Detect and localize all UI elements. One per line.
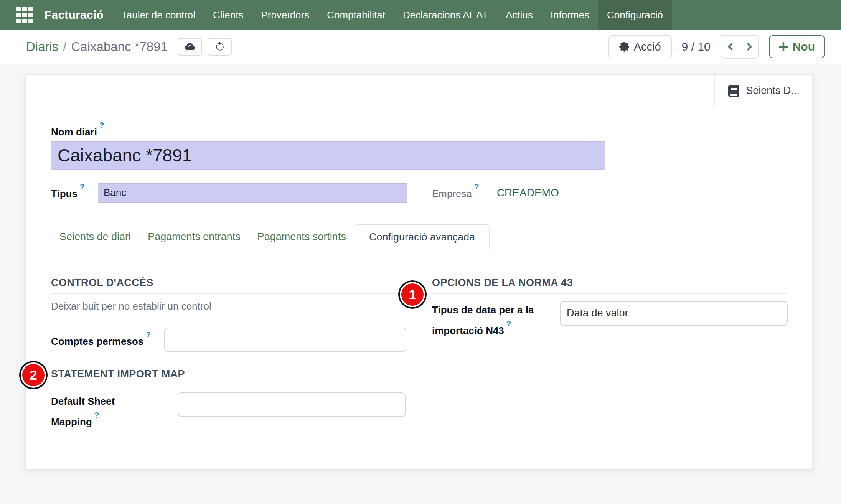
allowed-accounts-input[interactable] [164,328,406,352]
smart-button-label: Seients D... [746,85,800,97]
journal-name-label: Nom diari? [51,124,812,138]
section-title-access-control: CONTROL D'ACCÉS [51,277,408,289]
notebook-tabs: Seients de diari Pagaments entrants Paga… [51,224,812,249]
help-icon[interactable]: ? [94,410,99,419]
company-value-link[interactable]: CREADEMO [497,187,559,199]
discard-button[interactable] [208,38,232,56]
tab-pagaments-entrants[interactable]: Pagaments entrants [139,225,249,249]
action-button-label: Acció [634,41,661,53]
menu-item-clients[interactable]: Clients [204,0,252,30]
annotation-badge-1: 1 [400,282,425,307]
help-icon[interactable]: ? [99,120,104,129]
form-sheet: Seients D... Nom diari? Tipus? Empresa? … [25,74,813,470]
breadcrumb-parent-link[interactable]: Diaris [26,40,58,54]
button-box: Seients D... [26,75,812,107]
allowed-accounts-label: Comptes permesos? [51,329,164,350]
menu-item-actius[interactable]: Actius [497,0,542,30]
default-sheet-mapping-label: Default Sheet Mapping? [51,392,178,431]
apps-grid-icon[interactable] [16,7,33,23]
breadcrumb-current: Caixabanc *7891 [71,40,168,54]
journal-type-input[interactable] [98,183,407,203]
menu-item-proveidors[interactable]: Proveïdors [252,0,318,30]
journal-entries-smart-button[interactable]: Seients D... [714,75,812,107]
n43-date-type-select[interactable] [560,301,788,326]
access-control-hint: Deixar buit per no establir un control [51,300,408,312]
annotation-badge-2: 2 [21,362,46,388]
help-icon[interactable]: ? [506,319,511,328]
menu-item-configuracio[interactable]: Configuració [598,0,672,30]
menu-item-informes[interactable]: Informes [542,0,598,30]
section-rule [432,293,788,294]
help-icon[interactable]: ? [80,182,85,191]
menu-item-comptabilitat[interactable]: Comptabilitat [318,0,394,30]
section-title-norma43: OPCIONS DE LA NORMA 43 [432,277,788,289]
main-menu: Tauler de control Clients Proveïdors Com… [113,0,672,30]
control-panel: Diaris / Caixabanc *7891 Acció 9 / 10 [0,30,841,64]
journal-type-label: Tipus? [51,186,98,200]
action-button[interactable]: Acció [608,35,672,58]
pager-buttons [721,35,759,59]
book-icon [727,85,740,97]
section-title-statement-import-map: STATEMENT IMPORT MAP [51,368,408,380]
default-sheet-mapping-input[interactable] [178,392,406,417]
save-button[interactable] [178,38,202,56]
menu-item-tauler[interactable]: Tauler de control [113,0,204,30]
pager-next-button[interactable] [740,36,758,58]
tab-pagaments-sortints[interactable]: Pagaments sortints [249,225,355,249]
help-icon[interactable]: ? [146,330,151,339]
cloud-upload-icon [185,42,195,52]
journal-name-input[interactable] [51,141,605,170]
pager-counter: 9 / 10 [682,40,711,53]
section-rule [51,385,408,385]
gear-icon [619,42,629,52]
menu-item-declaracions[interactable]: Declaracions AEAT [394,0,497,30]
section-rule [51,293,408,294]
chevron-left-icon [726,43,735,51]
help-icon[interactable]: ? [474,182,479,191]
breadcrumb-separator: / [63,40,66,54]
tab-seients-de-diari[interactable]: Seients de diari [51,225,139,249]
plus-icon [779,42,788,51]
pager-previous-button[interactable] [721,36,740,58]
new-record-button[interactable]: Nou [769,35,825,58]
undo-icon [215,42,225,52]
new-button-label: Nou [793,40,815,53]
tab-configuracio-avancada[interactable]: Configuració avançada [355,224,490,249]
top-navbar: Facturació Tauler de control Clients Pro… [0,0,841,30]
company-label: Empresa? [432,186,479,200]
chevron-right-icon [745,43,754,51]
app-brand[interactable]: Facturació [45,8,104,21]
n43-date-type-label: Tipus de data per a la importació N43? [432,301,560,339]
